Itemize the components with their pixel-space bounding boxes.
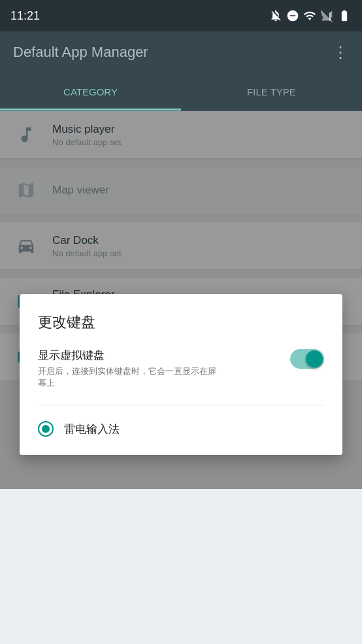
battery-icon: [337, 9, 352, 22]
radio-option-leidianshurufa[interactable]: 雷电输入法: [38, 416, 324, 442]
notification-icon: [269, 9, 282, 22]
toggle-label: 显示虚拟键盘: [38, 348, 221, 363]
toggle-row: 显示虚拟键盘 开启后，连接到实体键盘时，它会一直显示在屏幕上: [38, 348, 324, 389]
status-icons: [269, 9, 352, 22]
app-bar: Default App Manager ⋮: [0, 31, 362, 73]
status-time: 11:21: [10, 9, 40, 23]
virtual-keyboard-toggle[interactable]: [290, 349, 324, 369]
tab-bar: CATEGORY FILE TYPE: [0, 73, 362, 111]
content-area: Music player No default app set Map view…: [0, 111, 362, 489]
toggle-section: 显示虚拟键盘 开启后，连接到实体键盘时，它会一直显示在屏幕上: [38, 348, 324, 389]
dialog-divider: [38, 405, 324, 405]
signal-icon: [320, 9, 333, 22]
tab-category[interactable]: CATEGORY: [0, 73, 181, 110]
toggle-description: 开启后，连接到实体键盘时，它会一直显示在屏幕上: [38, 365, 221, 389]
radio-button[interactable]: [38, 421, 54, 437]
wifi-icon: [303, 9, 316, 22]
more-options-button[interactable]: ⋮: [333, 43, 349, 61]
app-title: Default App Manager: [13, 44, 148, 61]
dialog-title: 更改键盘: [38, 313, 324, 332]
tab-file-type[interactable]: FILE TYPE: [181, 73, 362, 110]
radio-label: 雷电输入法: [64, 422, 120, 437]
radio-selected-indicator: [42, 425, 50, 433]
dnd-icon: [286, 9, 299, 22]
change-keyboard-dialog: 更改键盘 显示虚拟键盘 开启后，连接到实体键盘时，它会一直显示在屏幕上 雷电输入…: [20, 294, 342, 455]
status-bar: 11:21: [0, 0, 362, 31]
